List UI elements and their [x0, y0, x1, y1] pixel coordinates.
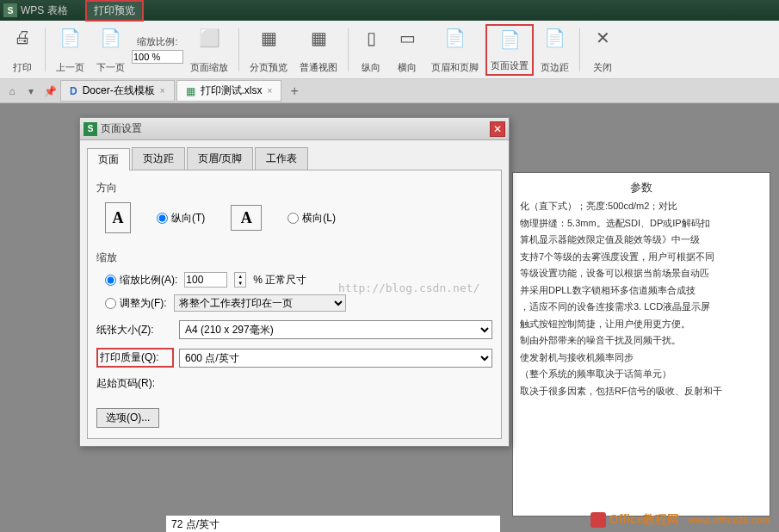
paper-size-select[interactable]: A4 (210 x 297毫米)	[179, 320, 492, 339]
home-icon[interactable]: ⌂	[3, 83, 21, 100]
print-quality-select[interactable]: 600 点/英寸	[179, 349, 492, 368]
header-footer-button[interactable]: 📄 页眉和页脚	[426, 24, 484, 76]
page-prev-icon: 📄	[59, 26, 83, 50]
start-page-label: 起始页码(R):	[96, 376, 174, 391]
titlebar: S WPS 表格 打印预览	[0, 0, 779, 21]
paper-size-label: 纸张大小(Z):	[96, 323, 174, 337]
doc-icon[interactable]: ▾	[22, 83, 40, 100]
portrait-preview-icon: A	[105, 202, 131, 233]
xlsx-icon: ▦	[186, 85, 195, 97]
app-title: WPS 表格	[21, 3, 68, 18]
ribbon: 🖨 打印 📄 上一页 📄 下一页 缩放比例: ⬜ 页面缩放 ▦ 分页预览 ▦ 普…	[0, 21, 779, 79]
options-button[interactable]: 选项(O)...	[96, 408, 159, 428]
tab-close-icon[interactable]: ×	[268, 86, 273, 96]
document-preview: 参数 化（直下式）；亮度:500cd/m2；对比 物理拼缝：5.3mm。选配SD…	[512, 172, 770, 517]
dialog-titlebar[interactable]: S 页面设置 ✕	[80, 118, 509, 140]
page-zoom-button[interactable]: ⬜ 页面缩放	[185, 24, 233, 76]
next-page-button[interactable]: 📄 下一页	[91, 24, 130, 76]
page-next-icon: 📄	[99, 26, 123, 50]
zoom-ratio-group: 缩放比例:	[132, 35, 183, 64]
watermark: http://blog.csdn.net/	[338, 281, 479, 294]
dialog-title: 页面设置	[101, 121, 142, 136]
landscape-radio[interactable]: 横向(L)	[287, 211, 336, 226]
landscape-icon: ▭	[395, 26, 419, 50]
printer-icon: 🖨	[10, 26, 34, 50]
print-quality-dropdown: 72 点/英寸 144 点/英寸 300 点/英寸 600 点/英寸 1200 …	[165, 515, 501, 532]
zoom-ratio-radio[interactable]: 缩放比例(A):	[105, 273, 177, 288]
fit-to-radio[interactable]: 调整为(F):	[105, 296, 167, 311]
zoom-input[interactable]	[132, 50, 183, 64]
add-tab-button[interactable]: +	[283, 84, 305, 99]
print-quality-label: 打印质量(Q):	[96, 348, 174, 368]
margins-button[interactable]: 📄 页边距	[535, 24, 574, 76]
tab-docer[interactable]: D Docer-在线模板 ×	[60, 80, 175, 102]
page-setup-icon: 📄	[498, 28, 522, 52]
zoom-ratio-input[interactable]	[184, 272, 227, 288]
fit-to-select[interactable]: 将整个工作表打印在一页	[174, 294, 346, 312]
dpi-option[interactable]: 72 点/英寸	[166, 516, 500, 532]
tab-file[interactable]: ▦ 打印测试.xlsx ×	[176, 80, 282, 102]
tab-header[interactable]: 页眉/页脚	[187, 147, 253, 170]
portrait-radio[interactable]: 纵向(T)	[157, 211, 205, 226]
doc-heading: 参数	[520, 180, 763, 195]
dialog-close-button[interactable]: ✕	[490, 121, 505, 137]
header-footer-icon: 📄	[443, 26, 467, 50]
main-area: 参数 化（直下式）；亮度:500cd/m2；对比 物理拼缝：5.3mm。选配SD…	[0, 103, 779, 532]
tab-close-icon[interactable]: ×	[160, 86, 165, 96]
page-break-button[interactable]: ▦ 分页预览	[244, 24, 293, 76]
print-button[interactable]: 🖨 打印	[5, 24, 40, 76]
table-icon: ▦	[306, 26, 331, 50]
grid-icon: ▦	[257, 26, 281, 50]
dialog-icon: S	[83, 122, 97, 136]
normal-view-button[interactable]: ▦ 普通视图	[294, 24, 343, 76]
close-icon: ✕	[590, 26, 615, 50]
landscape-preview-icon: A	[231, 205, 262, 231]
print-preview-button[interactable]: 打印预览	[85, 0, 144, 22]
app-icon: S	[3, 3, 17, 17]
close-button[interactable]: ✕ 关闭	[585, 24, 620, 76]
tab-margins[interactable]: 页边距	[132, 147, 185, 170]
office-icon	[590, 512, 606, 528]
landscape-button[interactable]: ▭ 横向	[390, 24, 424, 76]
portrait-icon: ▯	[359, 26, 383, 50]
page-setup-button[interactable]: 📄 页面设置	[485, 24, 534, 76]
prev-page-button[interactable]: 📄 上一页	[51, 24, 90, 76]
tab-page[interactable]: 页面	[87, 148, 130, 170]
document-tabbar: ⌂ ▾ 📌 D Docer-在线模板 × ▦ 打印测试.xlsx × +	[0, 79, 779, 103]
spinner[interactable]: ▲▼	[234, 272, 246, 288]
footer-branding: Office教程网 www.office26.com	[590, 512, 770, 528]
portrait-button[interactable]: ▯ 纵向	[354, 24, 388, 76]
zoom-section-label: 缩放	[96, 251, 492, 265]
zoom-icon: ⬜	[197, 26, 221, 50]
tab-sheet[interactable]: 工作表	[255, 147, 308, 170]
pin-icon[interactable]: 📌	[41, 83, 59, 100]
margins-icon: 📄	[543, 26, 567, 50]
dialog-tabs: 页面 页边距 页眉/页脚 工作表	[87, 147, 502, 170]
orientation-label: 方向	[96, 181, 492, 195]
docer-icon: D	[70, 85, 77, 97]
page-setup-dialog: S 页面设置 ✕ 页面 页边距 页眉/页脚 工作表 方向 A 纵向(T) A	[79, 117, 510, 447]
